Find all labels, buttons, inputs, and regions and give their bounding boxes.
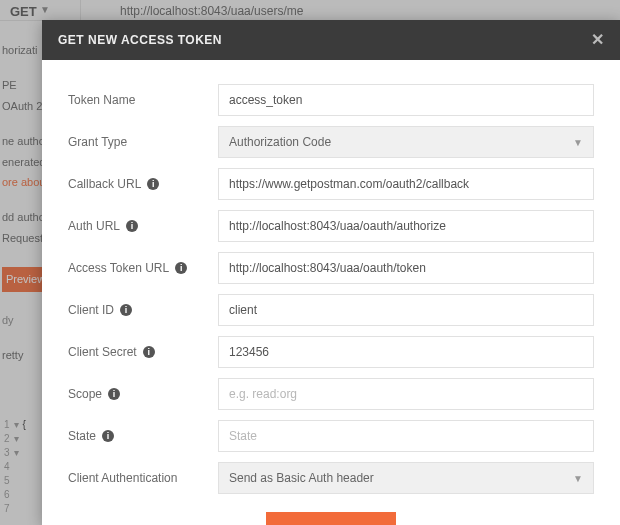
modal-title: GET NEW ACCESS TOKEN bbox=[58, 33, 222, 47]
info-icon[interactable]: i bbox=[120, 304, 132, 316]
info-icon[interactable]: i bbox=[102, 430, 114, 442]
modal-header: GET NEW ACCESS TOKEN ✕ bbox=[42, 20, 620, 60]
request-token-button[interactable]: Request Token bbox=[266, 512, 397, 525]
access-token-url-label: Access Token URL bbox=[68, 261, 169, 275]
auth-url-label: Auth URL bbox=[68, 219, 120, 233]
auth-url-input[interactable] bbox=[218, 210, 594, 242]
client-auth-select[interactable]: Send as Basic Auth header ▼ bbox=[218, 462, 594, 494]
callback-url-label: Callback URL bbox=[68, 177, 141, 191]
chevron-down-icon: ▼ bbox=[573, 473, 583, 484]
client-secret-label: Client Secret bbox=[68, 345, 137, 359]
access-token-modal: GET NEW ACCESS TOKEN ✕ Token Name Grant … bbox=[42, 20, 620, 525]
info-icon[interactable]: i bbox=[143, 346, 155, 358]
state-label: State bbox=[68, 429, 96, 443]
token-name-input[interactable] bbox=[218, 84, 594, 116]
info-icon[interactable]: i bbox=[108, 388, 120, 400]
modal-body: Token Name Grant Type Authorization Code… bbox=[42, 60, 620, 525]
state-input[interactable] bbox=[218, 420, 594, 452]
info-icon[interactable]: i bbox=[175, 262, 187, 274]
scope-label: Scope bbox=[68, 387, 102, 401]
client-auth-value: Send as Basic Auth header bbox=[229, 471, 374, 485]
scope-input[interactable] bbox=[218, 378, 594, 410]
close-icon[interactable]: ✕ bbox=[591, 32, 605, 48]
client-id-input[interactable] bbox=[218, 294, 594, 326]
token-name-label: Token Name bbox=[68, 93, 135, 107]
callback-url-input[interactable] bbox=[218, 168, 594, 200]
client-secret-input[interactable] bbox=[218, 336, 594, 368]
info-icon[interactable]: i bbox=[147, 178, 159, 190]
client-id-label: Client ID bbox=[68, 303, 114, 317]
access-token-url-input[interactable] bbox=[218, 252, 594, 284]
info-icon[interactable]: i bbox=[126, 220, 138, 232]
grant-type-select[interactable]: Authorization Code ▼ bbox=[218, 126, 594, 158]
chevron-down-icon: ▼ bbox=[573, 137, 583, 148]
grant-type-value: Authorization Code bbox=[229, 135, 331, 149]
client-auth-label: Client Authentication bbox=[68, 471, 177, 485]
grant-type-label: Grant Type bbox=[68, 135, 127, 149]
